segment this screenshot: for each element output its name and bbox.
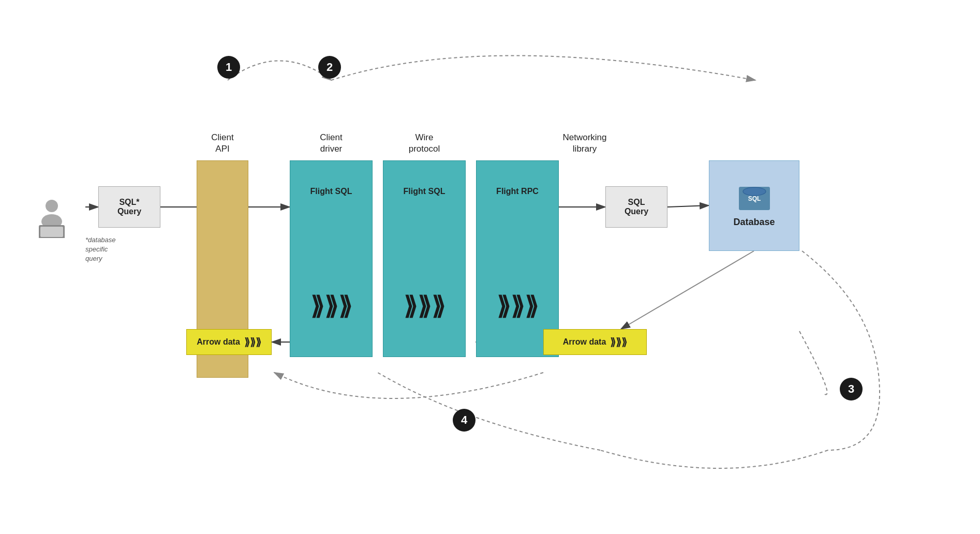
sql-query-right-box: SQL Query (605, 186, 667, 228)
svg-line-6 (667, 205, 709, 207)
networking-library-column: Flight RPC ⟫⟫⟫ (476, 160, 559, 357)
step-4-badge: 4 (453, 409, 476, 432)
client-api-label: Client API (184, 132, 261, 155)
arrow-data-right-box: Arrow data ⟫⟫⟫ (543, 329, 647, 355)
wire-protocol-chevrons: ⟫⟫⟫ (383, 291, 465, 320)
client-driver-sublabel: Flight SQL (290, 187, 372, 196)
arrow-data-left-chevrons: ⟫⟫⟫ (244, 336, 261, 348)
networking-library-chevrons: ⟫⟫⟫ (477, 291, 558, 320)
svg-rect-14 (40, 227, 63, 237)
sql-query-left-box: SQL* Query (98, 186, 160, 228)
arrow-data-right-chevrons: ⟫⟫⟫ (610, 336, 627, 348)
networking-library-label: Networking library (538, 132, 631, 155)
client-driver-column: Flight SQL ⟫⟫⟫ (290, 160, 373, 357)
step-1-badge: 1 (217, 56, 240, 79)
sql-query-left-label: SQL* Query (117, 198, 141, 216)
database-label: Database (733, 217, 775, 228)
database-icon: SQL (736, 184, 773, 213)
svg-point-11 (46, 200, 58, 212)
database-box: SQL Database (709, 160, 799, 251)
user-icon (31, 197, 72, 240)
networking-library-sublabel: Flight RPC (477, 187, 558, 196)
wire-protocol-column: Flight SQL ⟫⟫⟫ (383, 160, 466, 357)
client-driver-label: Client driver (279, 132, 383, 155)
wire-protocol-sublabel: Flight SQL (383, 187, 465, 196)
svg-text:SQL: SQL (748, 195, 761, 202)
client-driver-chevrons: ⟫⟫⟫ (290, 291, 372, 320)
arrow-data-left-box: Arrow data ⟫⟫⟫ (186, 329, 272, 355)
step-2-badge: 2 (318, 56, 341, 79)
step-3-badge: 3 (840, 378, 863, 400)
wire-protocol-label: Wire protocol (373, 132, 476, 155)
svg-line-7 (621, 251, 754, 329)
sql-query-note: *database specific query (85, 235, 116, 264)
diagram-container: SQL* Query *database specific query Clie… (0, 0, 980, 534)
